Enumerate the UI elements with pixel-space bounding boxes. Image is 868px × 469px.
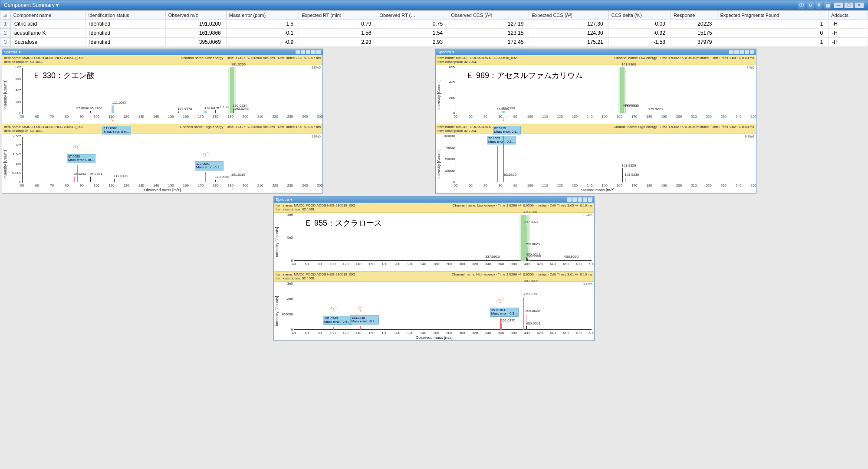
- col-hdr[interactable]: CCS delta (%): [608, 11, 671, 20]
- col-hdr[interactable]: Expected CCS (Å²): [529, 11, 608, 20]
- peak-bar[interactable]: [232, 177, 232, 182]
- col-hdr[interactable]: Identification status: [85, 11, 165, 20]
- col-hdr[interactable]: Expected Fragments Found: [717, 11, 829, 20]
- spectrum-titlebar[interactable]: Spectra ▾: [2, 49, 322, 55]
- peak-bar[interactable]: [360, 326, 361, 330]
- col-hdr[interactable]: Adducts: [829, 11, 868, 20]
- grid-icon[interactable]: ▦: [824, 2, 831, 9]
- fragment-box[interactable]: 359.0303Mass error: -0.3…: [490, 308, 519, 317]
- peak-bar[interactable]: [649, 112, 649, 113]
- peak-bar[interactable]: [625, 177, 625, 182]
- item-info: Item name: MMCC FOOD ADDS NEG 280518_092…: [276, 203, 355, 211]
- peak-bar[interactable]: [233, 108, 234, 113]
- y-axis-label: Intensity [Counts]: [275, 296, 279, 326]
- fragment-box[interactable]: 173.0091Mass error: -0.1…: [195, 161, 224, 171]
- spectrum-chart-high[interactable]: 0500001e51.5e52e52.5e5506070809010011012…: [2, 134, 322, 193]
- peak-bar[interactable]: [486, 259, 487, 261]
- hash-icon[interactable]: #: [815, 2, 822, 9]
- peak-bar[interactable]: [90, 177, 91, 182]
- peak-bar[interactable]: [112, 105, 114, 113]
- refresh-icon[interactable]: ↻: [807, 2, 814, 9]
- tool-icon[interactable]: [745, 50, 749, 54]
- col-hdr[interactable]: Mass error (ppm): [226, 11, 299, 20]
- tool-icon[interactable]: [729, 50, 733, 54]
- tool-icon[interactable]: [750, 50, 754, 54]
- fragment-box[interactable]: 82.0299Mass error: 0.1…: [493, 126, 521, 135]
- header-title[interactable]: Component Summary ▾: [4, 2, 798, 8]
- component-table[interactable]: ◢Component nameIdentification statusObse…: [0, 10, 868, 47]
- peak-bar[interactable]: [497, 112, 497, 113]
- xtick: 170: [198, 115, 204, 118]
- tool-icon[interactable]: [740, 50, 744, 54]
- peak-bar[interactable]: [235, 112, 235, 113]
- peak-bar[interactable]: [622, 168, 623, 182]
- info-icon[interactable]: ⓘ: [798, 2, 805, 9]
- tool-icon[interactable]: [734, 50, 739, 54]
- fragment-box[interactable]: 77.9653Mass error: -0.2…: [487, 136, 516, 145]
- peak-bar[interactable]: [624, 108, 624, 113]
- col-hdr[interactable]: Observed CCS (Å²): [448, 11, 529, 20]
- max-icon[interactable]: ☐: [844, 2, 854, 8]
- spectrum-titlebar[interactable]: Spectra ▾: [436, 49, 756, 55]
- tool-icon[interactable]: [588, 197, 592, 202]
- peak-bar[interactable]: [74, 177, 75, 182]
- tool-icon[interactable]: [306, 50, 310, 54]
- tool-icon[interactable]: [578, 197, 582, 202]
- col-hdr[interactable]: Observed RT (…: [377, 11, 448, 20]
- col-hdr[interactable]: Response: [671, 11, 717, 20]
- peak-bar[interactable]: [77, 165, 78, 182]
- peak-bar[interactable]: [215, 180, 216, 182]
- peak-bar[interactable]: [625, 108, 625, 113]
- tool-icon[interactable]: [583, 197, 587, 202]
- min-icon[interactable]: —: [834, 2, 843, 8]
- tool-icon[interactable]: [296, 50, 300, 54]
- fragment-box[interactable]: 111.0088Mass error: 0 m…: [102, 126, 131, 135]
- tool-icon[interactable]: [311, 50, 316, 54]
- table-row[interactable]: 1Citric acidIdentified191.02001.50.790.7…: [0, 20, 868, 29]
- fragment-box[interactable]: 87.0088Mass error: 0 m…: [67, 154, 95, 163]
- peak-bar[interactable]: [204, 111, 207, 113]
- tool-icon[interactable]: [572, 197, 577, 202]
- peak-bar[interactable]: [527, 259, 528, 261]
- peak-bar[interactable]: [215, 110, 216, 113]
- peak-bar[interactable]: [505, 177, 505, 182]
- tool-icon[interactable]: [316, 50, 321, 54]
- spectrum-chart-high[interactable]: 01000002e53e5406080100120140160180200220…: [274, 282, 594, 341]
- tool-icon[interactable]: [301, 50, 305, 54]
- spectrum-chart-low[interactable]: 02e54e56e58e5506070809010011012013014015…: [2, 65, 322, 124]
- xtick: 460: [563, 331, 569, 335]
- peak-bar[interactable]: [565, 259, 565, 261]
- peak-bar[interactable]: [77, 111, 77, 113]
- col-hdr[interactable]: Component name: [10, 11, 85, 20]
- spectrum-titlebar[interactable]: Spectra ▾: [274, 197, 594, 203]
- peak-bar[interactable]: [205, 172, 206, 182]
- col-hdr[interactable]: ◢: [0, 11, 11, 20]
- xtick: 160: [617, 184, 622, 187]
- spectra-tab[interactable]: Spectra ▾: [276, 197, 293, 202]
- spectrum-chart-high[interactable]: 0250005000075000100000506070809010011012…: [436, 134, 756, 193]
- spectra-tab[interactable]: Spectra ▾: [4, 50, 21, 54]
- col-hdr[interactable]: Expected RT (min): [299, 11, 377, 20]
- peak-bar[interactable]: [497, 146, 498, 182]
- table-row[interactable]: 3SucraloseIdentified395.0069-0.92.932.93…: [0, 38, 868, 47]
- spectrum-chart-low[interactable]: 02e54e56e5506070809010011012013014015016…: [436, 65, 756, 124]
- peak-bar[interactable]: [501, 323, 502, 330]
- peak-bar[interactable]: [333, 327, 334, 330]
- peak-bar[interactable]: [502, 111, 505, 113]
- tool-icon[interactable]: [567, 197, 572, 202]
- table-row[interactable]: 2acesulfame KIdentified161.9866-0.11.561…: [0, 29, 868, 38]
- close-icon[interactable]: ✕: [855, 2, 864, 8]
- col-hdr[interactable]: Observed m/z: [165, 11, 226, 20]
- fragment-box[interactable]: 143.0348Mass error: -0.2…: [350, 315, 379, 325]
- peak-bar[interactable]: [525, 284, 526, 330]
- spectrum-chart-low[interactable]: 05e51e6406080100120140160180200220240260…: [274, 213, 594, 272]
- fragment-box[interactable]: 101.0240Mass error: -0.4…: [323, 316, 352, 325]
- peak-bar[interactable]: [526, 326, 527, 330]
- xtick: 210: [691, 115, 697, 118]
- peak-bar[interactable]: [114, 179, 115, 182]
- peak-bar[interactable]: [523, 297, 524, 330]
- spectra-tab[interactable]: Spectra ▾: [437, 50, 454, 54]
- peak-bar[interactable]: [90, 111, 91, 113]
- peak-bar[interactable]: [178, 112, 179, 113]
- ytick: 2.5e5: [4, 134, 21, 138]
